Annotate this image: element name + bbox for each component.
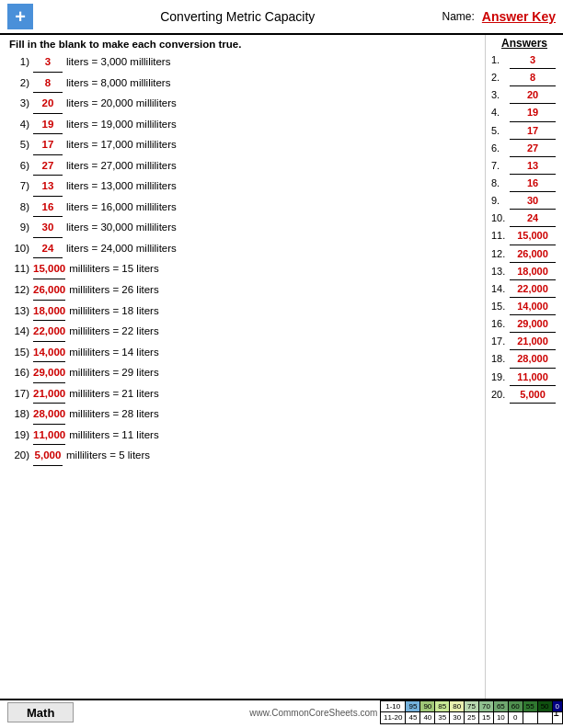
- answer-number: 19.: [491, 369, 510, 385]
- problem-number: 20): [9, 447, 29, 465]
- answer-value: 8: [510, 69, 556, 86]
- answer-value: 3: [510, 51, 556, 69]
- answer-number: 5.: [491, 122, 510, 139]
- answers-header: Answers: [491, 37, 557, 50]
- problem-text: liters = 27,000 milliliters: [66, 157, 177, 176]
- page-title: Converting Metric Capacity: [33, 9, 442, 24]
- answer-row: 1.3: [491, 51, 557, 69]
- answer-row: 4.19: [491, 104, 557, 121]
- answer-value: 30: [510, 192, 556, 210]
- answer-value: 21,000: [510, 333, 556, 350]
- answer-blank: 21,000: [33, 385, 65, 404]
- problems-content: Fill in the blank to make each conversio…: [0, 35, 485, 699]
- problem-number: 17): [9, 385, 29, 404]
- answer-blank: 20: [33, 95, 63, 114]
- answer-number: 2.: [491, 69, 510, 85]
- answer-row: 5.17: [491, 122, 557, 140]
- problem-row: 15)14,000milliliters = 14 liters: [9, 344, 476, 363]
- problem-text: milliliters = 11 liters: [69, 427, 158, 445]
- answer-value: 14,000: [510, 298, 556, 315]
- problem-row: 5)17liters = 17,000 milliliters: [9, 136, 476, 155]
- problem-row: 16)29,000milliliters = 29 liters: [9, 364, 476, 383]
- answer-number: 16.: [491, 315, 510, 332]
- answer-number: 9.: [491, 192, 510, 209]
- problem-text: milliliters = 28 liters: [69, 405, 158, 424]
- answer-number: 12.: [491, 245, 510, 262]
- answer-blank: 19: [33, 116, 63, 135]
- answer-row: 19.11,000: [491, 369, 557, 386]
- answer-value: 28,000: [510, 350, 556, 368]
- problem-row: 18)28,000milliliters = 28 liters: [9, 405, 476, 425]
- answer-row: 14.22,000: [491, 280, 557, 298]
- problem-number: 13): [9, 302, 29, 321]
- problem-text: liters = 20,000 milliliters: [66, 95, 177, 113]
- problem-number: 2): [9, 74, 29, 93]
- answer-value: 18,000: [510, 263, 556, 280]
- answer-row: 2.8: [491, 69, 557, 86]
- problem-text: milliliters = 29 liters: [69, 364, 158, 382]
- answer-row: 12.26,000: [491, 245, 557, 263]
- answer-row: 15.14,000: [491, 298, 557, 315]
- answer-number: 13.: [491, 263, 510, 279]
- problem-number: 9): [9, 219, 29, 237]
- answer-number: 7.: [491, 157, 510, 174]
- problem-number: 16): [9, 364, 29, 382]
- problem-text: liters = 24,000 milliliters: [66, 240, 177, 258]
- answer-value: 22,000: [510, 280, 556, 298]
- problem-row: 3)20liters = 20,000 milliliters: [9, 95, 476, 114]
- answer-value: 11,000: [510, 369, 556, 386]
- answer-number: 3.: [491, 86, 510, 103]
- answer-blank: 3: [33, 53, 63, 73]
- problem-row: 11)15,000milliliters = 15 liters: [9, 260, 476, 279]
- problem-text: liters = 30,000 milliliters: [66, 219, 177, 237]
- score-table: 1-10 959085 8075 7065 6055 500 11-20 454…: [380, 700, 563, 724]
- answer-number: 8.: [491, 175, 510, 191]
- answer-blank: 15,000: [33, 260, 65, 279]
- problem-row: 6)27liters = 27,000 milliliters: [9, 157, 476, 176]
- problem-text: liters = 17,000 milliliters: [66, 136, 177, 154]
- answer-blank: 5,000: [33, 447, 63, 466]
- instructions: Fill in the blank to make each conversio…: [9, 39, 476, 50]
- answer-row: 13.18,000: [491, 263, 557, 280]
- answer-blank: 17: [33, 136, 63, 155]
- answer-value: 24: [510, 210, 556, 227]
- problem-number: 10): [9, 240, 29, 258]
- problem-row: 1)3liters = 3,000 milliliters: [9, 53, 476, 73]
- answer-blank: 24: [33, 240, 63, 259]
- answer-number: 17.: [491, 333, 510, 349]
- problem-row: 14)22,000milliliters = 22 liters: [9, 323, 476, 342]
- answer-row: 3.20: [491, 86, 557, 104]
- answer-number: 1.: [491, 51, 510, 68]
- problem-row: 13)18,000milliliters = 18 liters: [9, 302, 476, 322]
- answer-number: 11.: [491, 227, 510, 244]
- problem-row: 20)5,000milliliters = 5 liters: [9, 447, 476, 466]
- problem-row: 12)26,000milliliters = 26 liters: [9, 281, 476, 301]
- answer-value: 5,000: [510, 386, 556, 404]
- answer-blank: 26,000: [33, 281, 65, 301]
- answer-number: 18.: [491, 350, 510, 367]
- answer-row: 18.28,000: [491, 350, 557, 368]
- header: Converting Metric Capacity Name: Answer …: [0, 0, 563, 35]
- answer-value: 19: [510, 104, 556, 121]
- answer-value: 20: [510, 86, 556, 104]
- problem-text: liters = 8,000 milliliters: [66, 74, 170, 93]
- problem-number: 5): [9, 136, 29, 154]
- problem-row: 4)19liters = 19,000 milliliters: [9, 116, 476, 135]
- answer-blank: 22,000: [33, 323, 65, 342]
- problem-row: 17)21,000milliliters = 21 liters: [9, 385, 476, 404]
- answer-blank: 30: [33, 219, 63, 238]
- footer: Math www.CommonCoreSheets.com 1 1-10 959…: [0, 699, 563, 724]
- problem-row: 9)30liters = 30,000 milliliters: [9, 219, 476, 238]
- answer-blank: 27: [33, 157, 63, 176]
- answer-value: 15,000: [510, 227, 556, 245]
- answer-row: 16.29,000: [491, 315, 557, 333]
- answer-row: 9.30: [491, 192, 557, 210]
- problem-number: 7): [9, 177, 29, 196]
- problem-text: milliliters = 15 liters: [69, 260, 158, 279]
- problem-text: liters = 16,000 milliliters: [66, 199, 177, 217]
- answer-row: 6.27: [491, 140, 557, 157]
- problem-number: 14): [9, 323, 29, 341]
- problem-text: milliliters = 18 liters: [69, 302, 158, 321]
- answer-row: 10.24: [491, 210, 557, 227]
- problem-row: 2)8liters = 8,000 milliliters: [9, 74, 476, 94]
